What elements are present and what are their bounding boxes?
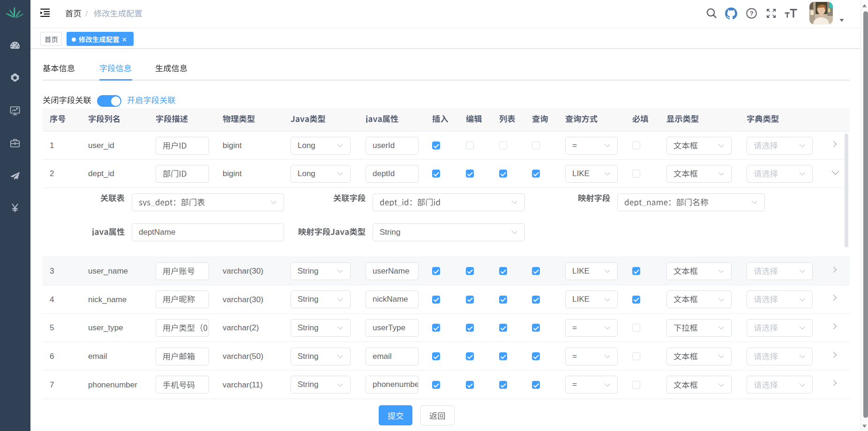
svg-text:?: ? bbox=[749, 10, 753, 17]
